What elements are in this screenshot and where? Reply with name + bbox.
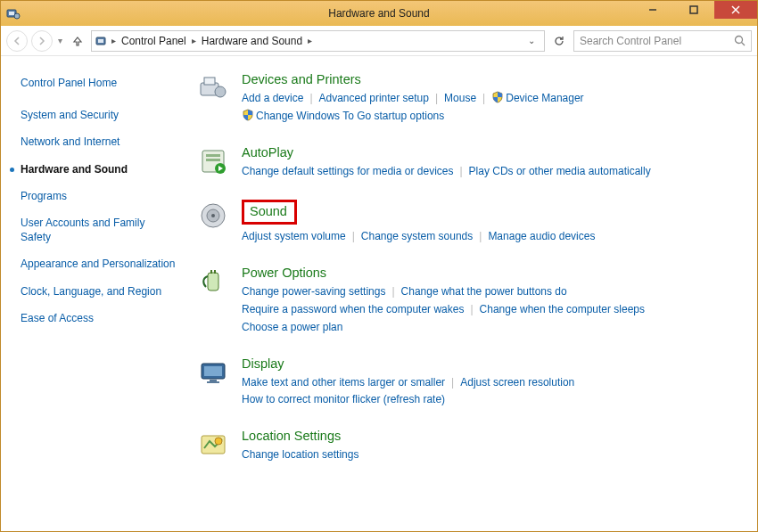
task-link[interactable]: Device Manager — [506, 92, 583, 104]
content-area: Control Panel Home System and SecurityNe… — [1, 56, 757, 531]
task-link[interactable]: Make text and other items larger or smal… — [242, 376, 445, 389]
svg-rect-8 — [98, 39, 103, 43]
svg-rect-1 — [9, 12, 14, 15]
chevron-right-icon[interactable]: ▸ — [308, 36, 312, 45]
task-link[interactable]: Require a password when the computer wak… — [242, 303, 464, 315]
titlebar: Hardware and Sound — [1, 1, 757, 26]
svg-line-10 — [742, 43, 746, 46]
back-button[interactable] — [6, 30, 28, 52]
task-link[interactable]: Add a device — [242, 92, 303, 104]
breadcrumb-item[interactable]: Control Panel — [118, 35, 190, 47]
task-link[interactable]: Choose a power plan — [242, 321, 342, 333]
search-input[interactable] — [580, 35, 729, 47]
sidebar-item[interactable]: Network and Internet — [21, 135, 176, 149]
main-panel: Devices and PrintersAdd a device|Advance… — [188, 56, 757, 531]
sidebar-item[interactable]: Clock, Language, and Region — [21, 284, 176, 299]
category: AutoPlayChange default settings for medi… — [197, 145, 739, 181]
refresh-button[interactable] — [548, 30, 570, 52]
uac-shield-icon — [242, 109, 254, 121]
svg-point-13 — [215, 86, 226, 97]
category-title[interactable]: Power Options — [242, 266, 326, 280]
category-icon — [197, 266, 229, 298]
sidebar-item[interactable]: Programs — [21, 189, 176, 203]
chevron-right-icon[interactable]: ▸ — [192, 36, 196, 45]
svg-rect-24 — [214, 270, 216, 274]
category-body: Power OptionsChange power-saving setting… — [242, 266, 739, 336]
link-divider: | — [391, 285, 394, 298]
svg-rect-12 — [204, 78, 215, 85]
category-title[interactable]: Display — [242, 356, 284, 371]
category: DisplayMake text and other items larger … — [197, 356, 739, 410]
task-link[interactable]: Change power-saving settings — [242, 285, 385, 298]
breadcrumb[interactable]: ▸ Control Panel ▸ Hardware and Sound ▸ ⌄ — [91, 30, 545, 52]
task-link[interactable]: Change when the computer sleeps — [480, 303, 645, 315]
search-icon[interactable] — [734, 35, 746, 46]
task-link[interactable]: Play CDs or other media automatically — [469, 165, 651, 177]
category-body: AutoPlayChange default settings for medi… — [242, 145, 739, 181]
category-title[interactable]: Location Settings — [242, 429, 341, 443]
svg-rect-23 — [210, 270, 212, 274]
category-title[interactable]: Devices and Printers — [242, 72, 361, 86]
link-divider: | — [352, 230, 355, 242]
close-button[interactable] — [714, 1, 757, 19]
task-link[interactable]: Change Windows To Go startup options — [256, 110, 444, 122]
svg-rect-27 — [210, 380, 217, 381]
svg-rect-26 — [204, 366, 222, 376]
category-title[interactable]: AutoPlay — [242, 145, 293, 160]
task-link[interactable]: Advanced printer setup — [319, 92, 429, 104]
task-link[interactable]: Change what the power buttons do — [401, 285, 567, 298]
sidebar-item[interactable]: System and Security — [21, 108, 176, 122]
search-box[interactable] — [573, 30, 752, 52]
category-title[interactable]: Sound — [250, 204, 287, 218]
category-links: Change power-saving settings|Change what… — [242, 283, 739, 336]
task-link[interactable]: Change default settings for media or dev… — [242, 165, 453, 177]
navbar: ▾ ▸ Control Panel ▸ Hardware and Sound ▸… — [1, 26, 757, 56]
task-link[interactable]: Mouse — [444, 92, 476, 104]
svg-point-30 — [215, 438, 222, 445]
up-button[interactable] — [68, 35, 87, 47]
category-icon — [197, 72, 229, 104]
link-divider: | — [482, 92, 485, 104]
sidebar-item[interactable]: User Accounts and Family Safety — [21, 216, 176, 244]
maximize-button[interactable] — [673, 1, 714, 19]
recent-dropdown-icon[interactable]: ▾ — [56, 36, 64, 45]
category-body: Devices and PrintersAdd a device|Advance… — [242, 72, 739, 126]
category-icon — [197, 429, 229, 461]
link-divider: | — [309, 92, 312, 104]
sidebar-item[interactable]: Ease of Access — [21, 311, 176, 325]
task-link[interactable]: Change system sounds — [361, 230, 473, 242]
category: SoundAdjust system volume|Change system … — [197, 200, 739, 246]
category-icon — [197, 356, 229, 389]
category-body: SoundAdjust system volume|Change system … — [242, 200, 739, 246]
history-dropdown-icon[interactable]: ⌄ — [523, 36, 540, 45]
link-divider: | — [451, 376, 454, 389]
category: Location SettingsChange location setting… — [197, 429, 739, 464]
app-icon — [6, 6, 21, 20]
forward-button[interactable] — [31, 30, 53, 52]
breadcrumb-item[interactable]: Hardware and Sound — [198, 35, 306, 47]
task-link[interactable]: How to correct monitor flicker (refresh … — [242, 393, 445, 405]
task-link[interactable]: Adjust screen resolution — [460, 376, 574, 389]
window: Hardware and Sound ▾ — [0, 0, 758, 532]
sidebar-item[interactable]: Hardware and Sound — [21, 162, 176, 176]
link-divider: | — [479, 230, 482, 242]
control-panel-home-link[interactable]: Control Panel Home — [21, 76, 176, 90]
sidebar-item[interactable]: Appearance and Personalization — [21, 257, 176, 271]
svg-rect-22 — [208, 273, 218, 291]
uac-shield-icon — [491, 91, 504, 103]
control-panel-icon — [95, 34, 110, 48]
svg-rect-16 — [206, 159, 220, 161]
link-divider: | — [470, 303, 473, 315]
svg-rect-15 — [206, 154, 220, 157]
task-link[interactable]: Change location settings — [242, 448, 358, 461]
chevron-right-icon[interactable]: ▸ — [111, 36, 116, 45]
category-links: Change location settings — [242, 446, 739, 464]
task-link[interactable]: Manage audio devices — [488, 230, 595, 242]
svg-point-2 — [14, 13, 20, 19]
link-divider: | — [435, 92, 438, 104]
category-links: Make text and other items larger or smal… — [242, 374, 739, 410]
task-link[interactable]: Adjust system volume — [242, 230, 346, 242]
minimize-button[interactable] — [632, 1, 673, 19]
link-divider: | — [459, 165, 462, 177]
category-links: Change default settings for media or dev… — [242, 163, 739, 181]
